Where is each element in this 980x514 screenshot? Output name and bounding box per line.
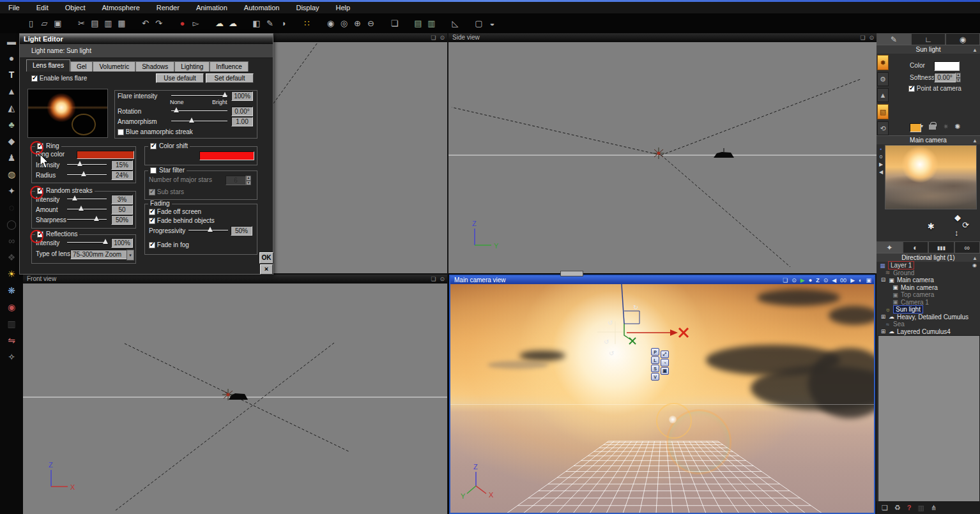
softness-spinner[interactable]: ▲▼	[956, 73, 961, 82]
material-tool-icon[interactable]: ◉	[3, 299, 20, 315]
viewport-splitter-handle[interactable]	[560, 271, 583, 276]
swatch-dropdown-icon[interactable]: ▾	[921, 123, 923, 129]
viewport-zoom-icon[interactable]: ⊙	[869, 33, 874, 42]
tab-gel[interactable]: Gel	[70, 61, 93, 72]
softness-value[interactable]: 0.00°	[934, 73, 956, 82]
sphere-tool-icon[interactable]: ●	[3, 50, 20, 66]
viewport-zoom-icon[interactable]: ⊙	[440, 275, 445, 283]
front-view-viewport[interactable]: Front view ❏ ⊙ Z X	[23, 275, 447, 514]
save-view-icon[interactable]: ▣	[866, 276, 871, 285]
planet-tool-icon[interactable]: ◍	[3, 167, 20, 182]
sun-light-gizmo[interactable]	[653, 147, 664, 159]
blue-streak-checkbox[interactable]	[118, 129, 124, 135]
expand-plus-icon[interactable]: ⊞	[880, 329, 886, 335]
menu-render[interactable]: Render	[148, 2, 188, 13]
camera-header[interactable]: Main camera ▲	[877, 135, 980, 144]
scene-object[interactable]	[714, 148, 734, 158]
palette-icon[interactable]: ∷	[300, 17, 314, 31]
tree-label[interactable]: Layered Cumulus4	[897, 328, 951, 335]
rotation-value[interactable]: 0.00°	[231, 107, 253, 116]
frame-back-icon[interactable]: ◀	[832, 276, 836, 285]
close-button[interactable]: ×	[260, 264, 273, 275]
viewport-maximize-icon[interactable]: ❏	[431, 33, 436, 42]
tree-label[interactable]: Main camera	[897, 276, 934, 283]
undo-icon[interactable]: ↶	[139, 17, 152, 31]
viewport-maximize-icon[interactable]: ❏	[431, 275, 436, 283]
trash-icon[interactable]: ♻	[894, 504, 901, 512]
figure-tool-icon[interactable]: ♟	[3, 150, 20, 165]
streaks-amount-value[interactable]: 50	[111, 205, 133, 215]
fade-off-checkbox[interactable]	[149, 209, 155, 215]
tab-aspect[interactable]: ▮▮▮	[928, 241, 954, 253]
gizmo-l-button[interactable]: L	[651, 356, 659, 364]
gizmo-v-button[interactable]: V	[651, 373, 659, 381]
redo-icon[interactable]: ↷	[152, 17, 165, 31]
tree-label[interactable]: Heavy, Detailed Cumulus	[897, 314, 969, 321]
z-buffer-icon[interactable]: Z	[816, 276, 820, 285]
sun-light-header[interactable]: Sun light ▲	[877, 45, 980, 54]
terrain-tool-icon[interactable]: ▲	[3, 84, 20, 99]
tree-row-main-camera-group[interactable]: ⊟ ▣ Main camera	[877, 276, 980, 284]
menu-edit[interactable]: Edit	[28, 2, 57, 13]
tab-links[interactable]: ∞	[954, 241, 980, 253]
refl-intensity-value[interactable]: 100%	[111, 238, 133, 248]
viewport-zoom-icon[interactable]: ⊙	[792, 276, 797, 285]
ground-plane-tool-icon[interactable]: ▬	[3, 34, 20, 49]
anamorphism-slider[interactable]	[171, 117, 227, 124]
dialog-titlebar[interactable]: Light Editor	[20, 34, 273, 44]
clapper-icon[interactable]: ◺	[448, 17, 462, 31]
menu-object[interactable]: Object	[57, 2, 94, 13]
zoom-out-icon[interactable]: ⊖	[364, 17, 378, 31]
tree-row-camera1[interactable]: ▣ Camera 1	[877, 299, 980, 306]
tree-row-cumulus[interactable]: ⊞ ☁ Heavy, Detailed Cumulus	[877, 314, 980, 321]
lens-flare-toggle-icon[interactable]: ✺	[954, 123, 960, 131]
gizmo-rotate-icon[interactable]: ◔	[661, 359, 669, 367]
layer-label[interactable]: Layer 1	[888, 261, 914, 269]
shadow-toggle-icon[interactable]: ✷	[943, 123, 949, 131]
plant-tool-icon[interactable]: ♣	[3, 117, 20, 132]
ring-radius-value[interactable]: 24%	[111, 170, 133, 180]
dolly-updown-icon[interactable]: ↕	[954, 228, 959, 238]
ring-radius-slider[interactable]	[67, 171, 107, 178]
save-file-icon[interactable]: ▣	[51, 17, 65, 31]
menu-animation[interactable]: Animation	[188, 2, 236, 13]
atmosphere-edit-icon[interactable]: ☁	[226, 17, 240, 31]
atmosphere-add-icon[interactable]: ☁	[213, 17, 226, 31]
volume-cube-icon[interactable]: ▧	[877, 104, 889, 119]
collapse-minus-icon[interactable]: ⊟	[880, 277, 886, 283]
ring-intensity-slider[interactable]	[67, 161, 107, 167]
tab-lens-flares[interactable]: Lens flares	[26, 59, 70, 72]
tree-label[interactable]: Main camera	[901, 284, 938, 291]
tree-label[interactable]: Ground	[893, 269, 914, 276]
tab-light-tool[interactable]: ✎	[877, 33, 911, 45]
rotation-slider[interactable]	[171, 107, 227, 114]
tab-materials[interactable]: ◐	[903, 241, 929, 253]
sphere-b-icon[interactable]: ◎	[337, 17, 351, 31]
frame-forward-icon[interactable]: ▶	[850, 276, 855, 285]
tab-lighting[interactable]: Lighting	[174, 61, 210, 72]
light-editor-dialog[interactable]: Light Editor Light name: Sun light Lens …	[19, 33, 273, 275]
tab-shadows[interactable]: Shadows	[135, 61, 174, 72]
tree-label[interactable]: Sea	[893, 321, 905, 328]
star-filter-checkbox[interactable]	[150, 167, 157, 174]
tree-label[interactable]: Top camera	[901, 291, 934, 298]
tab-influence[interactable]: Influence	[210, 61, 249, 72]
gizmo-s-button[interactable]: S	[651, 365, 659, 372]
preview-back-icon[interactable]: ◀	[879, 169, 883, 175]
copy-icon[interactable]: ▤	[88, 17, 102, 31]
cut-icon[interactable]: ✂	[75, 17, 88, 31]
paint-icon[interactable]: ✎	[263, 17, 277, 31]
tree-row-layer[interactable]: ▦ Layer 1 ◉	[877, 262, 980, 269]
flare-intensity-slider[interactable]	[171, 92, 227, 98]
gel-color-swatch[interactable]	[910, 123, 921, 132]
set-default-button[interactable]: Set default	[206, 73, 254, 83]
record-icon[interactable]: ●	[809, 276, 812, 285]
enable-lens-flare-checkbox[interactable]	[31, 75, 38, 82]
contrast-icon[interactable]: ◐	[859, 276, 862, 285]
film-strip-2-icon[interactable]: ▥	[425, 17, 438, 31]
layer-options-icon[interactable]: ?	[907, 504, 912, 511]
menu-automation[interactable]: Automation	[236, 2, 288, 13]
streaks-sharpness-slider[interactable]	[67, 216, 107, 222]
gizmo-p-button[interactable]: P	[651, 348, 659, 356]
play-icon[interactable]: ▶	[800, 276, 805, 285]
